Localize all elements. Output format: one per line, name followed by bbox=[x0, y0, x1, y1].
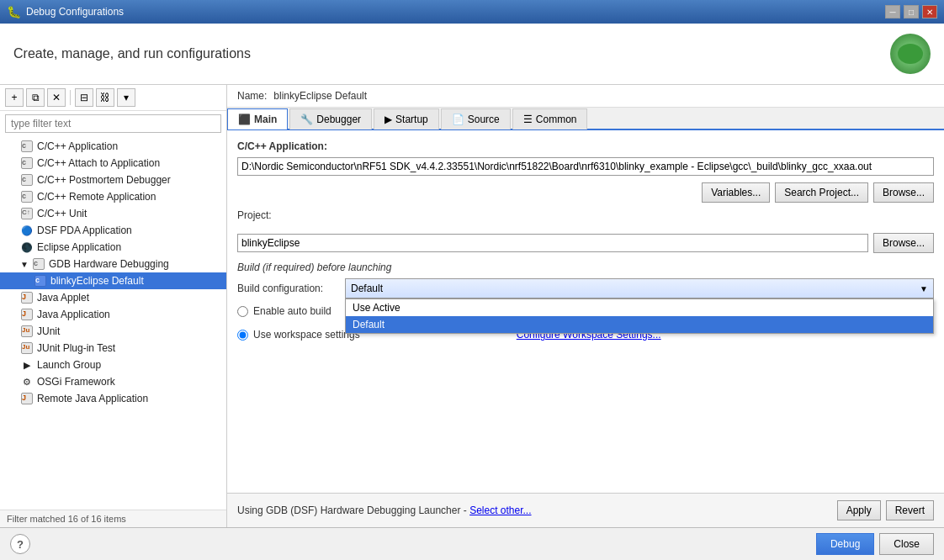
dropdown-arrow-icon: ▼ bbox=[920, 284, 928, 293]
tree-item-launch-group[interactable]: ▶ Launch Group bbox=[0, 357, 226, 373]
tree-item-java-app[interactable]: J Java Application bbox=[0, 306, 226, 323]
bug-icon bbox=[890, 34, 931, 74]
enable-auto-build-radio[interactable] bbox=[237, 306, 248, 317]
java-applet-icon: J bbox=[20, 291, 34, 304]
title-bar: 🐛 Debug Configurations ─ □ ✕ bbox=[0, 0, 944, 24]
duplicate-config-button[interactable]: ⧉ bbox=[26, 88, 45, 107]
tree-item-label: JUnit Plug-in Test bbox=[37, 342, 115, 354]
close-button[interactable]: ✕ bbox=[922, 5, 937, 18]
tree-item-label: JUnit bbox=[37, 325, 60, 337]
tree-item-junit[interactable]: Ju JUnit bbox=[0, 323, 226, 340]
build-config-dropdown[interactable]: Default ▼ Use Active Default bbox=[345, 278, 934, 298]
tab-debugger[interactable]: 🔧 Debugger bbox=[289, 108, 372, 129]
maximize-button[interactable]: □ bbox=[904, 5, 919, 18]
project-input-row: Browse... bbox=[237, 233, 934, 253]
action-buttons: Apply Revert bbox=[837, 500, 934, 520]
tree-item-cpp-application[interactable]: c C/C++ Application bbox=[0, 138, 226, 155]
main-tab-icon: ⬛ bbox=[238, 114, 251, 125]
link-button[interactable]: ⛓ bbox=[96, 88, 114, 107]
header-title: Create, manage, and run configurations bbox=[13, 46, 251, 61]
tree-item-blinky-default[interactable]: c blinkyEclipse Default bbox=[0, 272, 226, 289]
revert-button[interactable]: Revert bbox=[886, 500, 934, 520]
tree-item-cpp-unit[interactable]: C↑ C/C++ Unit bbox=[0, 205, 226, 222]
tree-item-cpp-attach[interactable]: c C/C++ Attach to Application bbox=[0, 155, 226, 172]
use-workspace-radio[interactable] bbox=[237, 330, 248, 341]
collapse-button[interactable]: ⊟ bbox=[75, 88, 93, 107]
search-project-button[interactable]: Search Project... bbox=[775, 182, 868, 203]
toolbar: + ⧉ ✕ ⊟ ⛓ ▾ bbox=[0, 85, 226, 111]
right-panel: Name: blinkyEclipse Default ⬛ Main 🔧 Deb… bbox=[227, 85, 944, 527]
tree-item-label: Eclipse Application bbox=[37, 241, 121, 253]
osgi-icon: ⚙ bbox=[20, 375, 34, 388]
tabs-bar: ⬛ Main 🔧 Debugger ▶ Startup 📄 Source ☰ bbox=[227, 108, 944, 130]
header-banner: Create, manage, and run configurations bbox=[0, 24, 944, 85]
junit-icon: Ju bbox=[20, 325, 34, 338]
option-use-active[interactable]: Use Active bbox=[346, 299, 933, 316]
tree-item-label: blinkyEclipse Default bbox=[50, 275, 144, 287]
dsf-icon: 🔵 bbox=[20, 224, 34, 237]
cpp-remote-icon: c bbox=[20, 190, 34, 203]
help-button[interactable]: ? bbox=[10, 534, 30, 554]
source-tab-label: Source bbox=[468, 114, 500, 125]
cpp-attach-icon: c bbox=[20, 156, 34, 170]
cpp-app-icon: c bbox=[20, 140, 34, 153]
tab-common[interactable]: ☰ Common bbox=[512, 108, 588, 129]
common-tab-label: Common bbox=[536, 114, 577, 125]
enable-auto-build-row: Enable auto build bbox=[237, 305, 331, 317]
tree-item-cpp-remote[interactable]: c C/C++ Remote Application bbox=[0, 188, 226, 205]
filter-input[interactable] bbox=[5, 114, 221, 133]
project-input[interactable] bbox=[237, 234, 868, 252]
name-label: Name: bbox=[237, 90, 267, 102]
option-default[interactable]: Default bbox=[346, 316, 933, 333]
debug-button[interactable]: Debug bbox=[816, 533, 874, 555]
tree-item-eclipse[interactable]: 🌑 Eclipse Application bbox=[0, 239, 226, 256]
panel-content: C/C++ Application: Variables... Search P… bbox=[227, 130, 944, 493]
build-config-row: Build configuration: Default ▼ Use Activ… bbox=[237, 278, 934, 298]
cpp-unit-icon: C↑ bbox=[20, 207, 34, 220]
browse-project-button[interactable]: Browse... bbox=[873, 233, 934, 253]
new-config-button[interactable]: + bbox=[5, 88, 24, 107]
build-config-selected: Default bbox=[351, 283, 383, 294]
tree-item-remote-java[interactable]: J Remote Java Application bbox=[0, 390, 226, 407]
tree-item-osgi[interactable]: ⚙ OSGi Framework bbox=[0, 373, 226, 390]
apply-button[interactable]: Apply bbox=[837, 500, 881, 520]
build-config-dropdown-btn[interactable]: Default ▼ bbox=[345, 278, 934, 298]
tab-startup[interactable]: ▶ Startup bbox=[374, 108, 439, 129]
eclipse-icon: 🌑 bbox=[20, 240, 34, 254]
tree-item-dsf[interactable]: 🔵 DSF PDA Application bbox=[0, 222, 226, 239]
build-section: Build (if required) before launching Bui… bbox=[237, 262, 934, 341]
bottom-status: Using GDB (DSF) Hardware Debugging Launc… bbox=[237, 505, 830, 516]
tree-item-junit-plugin[interactable]: Ju JUnit Plug-in Test bbox=[0, 340, 226, 357]
debugger-tab-label: Debugger bbox=[316, 114, 361, 125]
debugger-tab-icon: 🔧 bbox=[300, 114, 313, 125]
common-tab-icon: ☰ bbox=[523, 114, 533, 125]
toolbar-separator bbox=[70, 90, 71, 105]
tab-main[interactable]: ⬛ Main bbox=[227, 108, 288, 129]
tree-item-gdb-group[interactable]: ▼ c GDB Hardware Debugging bbox=[0, 256, 226, 272]
tree-item-label: Java Applet bbox=[37, 292, 89, 304]
project-label-row: Project: bbox=[237, 209, 934, 226]
title-bar-text: Debug Configurations bbox=[26, 6, 124, 18]
close-button[interactable]: Close bbox=[879, 533, 934, 555]
browse-app-button[interactable]: Browse... bbox=[873, 182, 934, 203]
footer-right: Debug Close bbox=[816, 533, 934, 555]
cpp-postmortem-icon: c bbox=[20, 173, 34, 187]
select-other-link[interactable]: Select other... bbox=[469, 505, 531, 516]
tree-item-java-applet[interactable]: J Java Applet bbox=[0, 289, 226, 306]
menu-button[interactable]: ▾ bbox=[117, 88, 135, 107]
minimize-button[interactable]: ─ bbox=[885, 5, 900, 18]
tab-source[interactable]: 📄 Source bbox=[441, 108, 511, 129]
main-container: Create, manage, and run configurations +… bbox=[0, 24, 944, 560]
app-path-input[interactable] bbox=[237, 157, 934, 176]
tree-area: c C/C++ Application c C/C++ Attach to Ap… bbox=[0, 136, 226, 510]
window-controls: ─ □ ✕ bbox=[885, 5, 937, 18]
variables-button[interactable]: Variables... bbox=[702, 182, 770, 203]
tree-item-label: C/C++ Unit bbox=[37, 208, 87, 219]
delete-config-button[interactable]: ✕ bbox=[47, 88, 66, 107]
tree-item-label: C/C++ Attach to Application bbox=[37, 157, 160, 169]
app-icon: 🐛 bbox=[7, 5, 21, 18]
tree-expander-gdb: ▼ bbox=[20, 260, 30, 269]
tree-item-cpp-postmortem[interactable]: c C/C++ Postmortem Debugger bbox=[0, 172, 226, 188]
tree-item-label: DSF PDA Application bbox=[37, 225, 132, 236]
left-panel: + ⧉ ✕ ⊟ ⛓ ▾ c C/C++ Application c C/C++ … bbox=[0, 85, 227, 527]
